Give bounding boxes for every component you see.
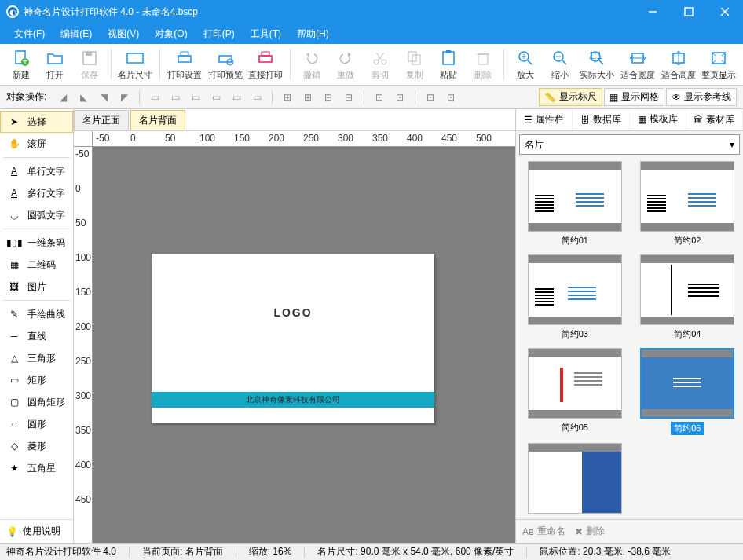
maximize-button[interactable] xyxy=(671,0,707,24)
menu-tools[interactable]: 工具(T) xyxy=(243,24,289,44)
minimize-button[interactable] xyxy=(635,0,671,24)
template-category-select[interactable]: 名片▾ xyxy=(519,134,740,155)
save-button[interactable]: 保存 xyxy=(73,46,106,83)
bulb-icon: 💡 xyxy=(6,526,18,537)
svg-line-31 xyxy=(562,60,566,64)
lock-icon[interactable]: ⊡ xyxy=(422,89,439,106)
zoom-in-button[interactable]: 放大 xyxy=(509,46,542,83)
template-item[interactable]: 简约06 xyxy=(637,348,739,435)
align-left-icon[interactable]: ▭ xyxy=(146,89,163,106)
template-item[interactable]: 简约01 xyxy=(524,161,626,247)
print-preview-button[interactable]: 打印预览 xyxy=(206,46,245,83)
tool-image[interactable]: 🖼图片 xyxy=(0,276,73,298)
tool-diamond[interactable]: ◇菱形 xyxy=(0,435,73,457)
pencil-icon: ✎ xyxy=(7,307,21,321)
copy-button[interactable]: 复制 xyxy=(398,46,431,83)
group-icon[interactable]: ⊡ xyxy=(371,89,388,106)
status-zoom: 缩放: 16% xyxy=(249,545,292,558)
actual-size-button[interactable]: 1:1实际大小 xyxy=(577,46,617,83)
menu-edit[interactable]: 编辑(E) xyxy=(53,24,100,44)
tool-select[interactable]: ➤选择 xyxy=(0,111,73,133)
tool-star[interactable]: ★五角星 xyxy=(0,457,73,479)
template-item[interactable]: 简约02 xyxy=(637,161,739,247)
template-item[interactable] xyxy=(524,443,626,517)
tab-card-front[interactable]: 名片正面 xyxy=(74,110,129,130)
tab-materials[interactable]: 🏛素材库 xyxy=(686,109,743,130)
menu-help[interactable]: 帮助(H) xyxy=(289,24,337,44)
align-middle-icon[interactable]: ▭ xyxy=(228,89,245,106)
tool-barcode[interactable]: ▮▯▮一维条码 xyxy=(0,232,73,254)
canvas[interactable]: LOGO 北京神奇像素科技有限公司 xyxy=(93,147,515,543)
left-toolbox: ➤选择 ✋滚屏 A单行文字 A多行文字 ◡圆弧文字 ▮▯▮一维条码 ▦二维码 🖼… xyxy=(0,109,74,543)
card-size-button[interactable]: 名片尺寸 xyxy=(116,46,156,83)
tool-triangle[interactable]: △三角形 xyxy=(0,347,73,369)
tool-pan[interactable]: ✋滚屏 xyxy=(0,133,73,155)
align-bottom-icon[interactable]: ▭ xyxy=(248,89,265,106)
same-h-icon[interactable]: ⊟ xyxy=(340,89,357,106)
new-button[interactable]: +新建 xyxy=(5,46,38,83)
toggle-grid[interactable]: ▦显示网格 xyxy=(604,88,664,106)
delete-template-button[interactable]: ✖删除 xyxy=(575,525,605,538)
open-button[interactable]: 打开 xyxy=(39,46,72,83)
tool-line[interactable]: ─直线 xyxy=(0,325,73,347)
tool-rect[interactable]: ▭矩形 xyxy=(0,369,73,391)
svg-rect-8 xyxy=(86,52,92,56)
layer-down-icon[interactable]: ◥ xyxy=(95,89,112,106)
menu-print[interactable]: 打印(P) xyxy=(196,24,243,44)
delete-button[interactable]: 删除 xyxy=(467,46,500,83)
paste-button[interactable]: 粘贴 xyxy=(432,46,465,83)
template-item[interactable]: 简约05 xyxy=(524,348,626,435)
card-logo-text[interactable]: LOGO xyxy=(152,306,434,319)
library-icon: 🏛 xyxy=(694,115,703,126)
fit-width-button[interactable]: 适合宽度 xyxy=(618,46,657,83)
redo-button[interactable]: 重做 xyxy=(330,46,363,83)
zoom-out-button[interactable]: 缩小 xyxy=(544,46,576,83)
tool-arc-text[interactable]: ◡圆弧文字 xyxy=(0,204,73,226)
template-item[interactable]: 简约03 xyxy=(524,254,626,340)
tab-templates[interactable]: ▦模板库 xyxy=(630,109,686,130)
tab-database[interactable]: 🗄数据库 xyxy=(573,109,629,130)
menu-file[interactable]: 文件(F) xyxy=(6,24,53,44)
rename-button[interactable]: Aʙ重命名 xyxy=(522,525,565,538)
menu-view[interactable]: 视图(V) xyxy=(100,24,147,44)
svg-rect-9 xyxy=(127,53,143,63)
layer-mid-icon[interactable]: ◣ xyxy=(75,89,92,106)
template-icon: ▦ xyxy=(638,114,646,125)
template-item[interactable]: 简约04 xyxy=(637,254,739,340)
layer-up-icon[interactable]: ◢ xyxy=(54,89,71,106)
dist-v-icon[interactable]: ⊞ xyxy=(299,89,317,106)
toggle-guide[interactable]: 👁显示参考线 xyxy=(666,88,737,106)
toggle-ruler[interactable]: 📏显示标尺 xyxy=(539,88,602,106)
tool-qrcode[interactable]: ▦二维码 xyxy=(0,254,73,276)
print-now-button[interactable]: 直接打印 xyxy=(246,46,285,83)
align-center-icon[interactable]: ▭ xyxy=(167,89,184,106)
cut-button[interactable]: 剪切 xyxy=(364,46,397,83)
card-company-band[interactable]: 北京神奇像素科技有限公司 xyxy=(152,392,434,408)
undo-button[interactable]: 撤销 xyxy=(295,46,328,83)
fit-page-button[interactable]: 整页显示 xyxy=(699,46,738,83)
svg-rect-10 xyxy=(178,56,191,62)
print-settings-button[interactable]: 打印设置 xyxy=(165,46,204,83)
tool-single-text[interactable]: A单行文字 xyxy=(0,160,73,182)
align-right-icon[interactable]: ▭ xyxy=(187,89,204,106)
tool-multi-text[interactable]: A多行文字 xyxy=(0,182,73,204)
tab-card-back[interactable]: 名片背面 xyxy=(130,110,185,130)
unlock-icon[interactable]: ⊡ xyxy=(442,89,459,106)
tool-ellipse[interactable]: ○圆形 xyxy=(0,413,73,435)
same-w-icon[interactable]: ⊟ xyxy=(320,89,337,106)
business-card[interactable]: LOGO 北京神奇像素科技有限公司 xyxy=(152,254,434,423)
ellipse-icon: ○ xyxy=(7,417,21,431)
tool-freehand[interactable]: ✎手绘曲线 xyxy=(0,303,73,325)
close-button[interactable] xyxy=(707,0,743,24)
tool-roundrect[interactable]: ▢圆角矩形 xyxy=(0,391,73,413)
align-top-icon[interactable]: ▭ xyxy=(207,89,225,106)
right-panel: ☰属性栏 🗄数据库 ▦模板库 🏛素材库 名片▾ 简约01 简约02 简约03 简… xyxy=(515,109,743,543)
layer-front-icon[interactable]: ◤ xyxy=(115,89,133,106)
menu-object[interactable]: 对象(O) xyxy=(147,24,195,44)
fit-height-button[interactable]: 适合高度 xyxy=(659,46,698,83)
vertical-ruler: -50 0 50 100 150 200 250 300 350 400 450 xyxy=(74,147,93,543)
dist-h-icon[interactable]: ⊞ xyxy=(279,89,296,106)
help-button[interactable]: 💡使用说明 xyxy=(0,519,73,543)
ungroup-icon[interactable]: ⊡ xyxy=(391,89,408,106)
tab-properties[interactable]: ☰属性栏 xyxy=(516,109,573,130)
